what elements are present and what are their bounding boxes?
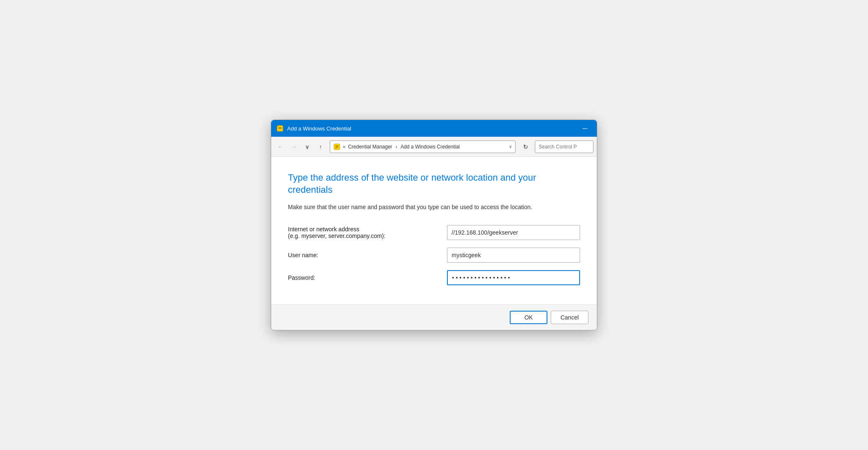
up-button[interactable]: ↑ [315, 141, 326, 153]
ok-button[interactable]: OK [510, 311, 547, 324]
svg-rect-1 [278, 127, 282, 128]
refresh-button[interactable]: ↻ [520, 141, 532, 153]
address-bar[interactable]: « Credential Manager › Add a Windows Cre… [330, 141, 516, 153]
search-input[interactable] [535, 141, 593, 153]
address-credential-icon [334, 143, 340, 150]
breadcrumb-arrow: › [395, 144, 397, 150]
minimize-button[interactable]: — [578, 123, 592, 133]
credential-window: Add a Windows Credential — ← → ∨ ↑ [271, 120, 597, 330]
password-label: Password: [288, 274, 447, 281]
internet-address-input[interactable] [447, 225, 580, 240]
breadcrumb-2: Add a Windows Credential [401, 144, 460, 150]
cancel-button[interactable]: Cancel [551, 311, 588, 324]
svg-rect-6 [335, 146, 339, 147]
password-group: Password: [288, 270, 580, 285]
svg-rect-2 [278, 128, 282, 129]
username-input[interactable] [447, 248, 580, 263]
window-icon [276, 125, 284, 132]
page-description: Make sure that the user name and passwor… [288, 203, 580, 212]
svg-point-3 [277, 126, 279, 127]
forward-button[interactable]: → [288, 141, 300, 153]
nav-bar: ← → ∨ ↑ « Credential Manager › Add a Win… [271, 137, 597, 157]
title-bar-controls: — [578, 123, 592, 133]
breadcrumb-1: Credential Manager [348, 144, 392, 150]
address-chevron-icon: ∨ [509, 144, 512, 149]
title-bar: Add a Windows Credential — [271, 120, 597, 137]
back-button[interactable]: ← [275, 141, 286, 153]
password-input[interactable] [447, 270, 580, 285]
content-area: Type the address of the website or netwo… [271, 157, 597, 304]
footer: OK Cancel [271, 304, 597, 330]
title-text: Add a Windows Credential [287, 125, 351, 132]
internet-address-group: Internet or network address (e.g. myserv… [288, 225, 580, 240]
username-label: User name: [288, 252, 447, 258]
dropdown-button[interactable]: ∨ [301, 141, 313, 153]
page-heading: Type the address of the website or netwo… [288, 172, 580, 196]
title-bar-left: Add a Windows Credential [276, 125, 351, 132]
svg-rect-5 [335, 146, 339, 146]
svg-rect-7 [335, 148, 337, 148]
username-group: User name: [288, 248, 580, 263]
address-separator: « [343, 144, 346, 150]
internet-address-label: Internet or network address (e.g. myserv… [288, 226, 447, 239]
